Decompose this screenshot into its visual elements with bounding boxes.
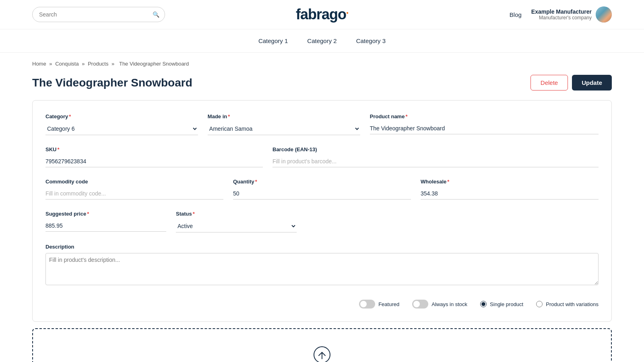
sku-input[interactable] — [45, 156, 263, 167]
always-in-stock-toggle-group: Always in stock — [412, 300, 467, 309]
product-variations-radio-group: Product with variations — [536, 301, 599, 307]
breadcrumb-products[interactable]: Products — [88, 61, 108, 67]
commodity-code-label: Commodity code — [45, 179, 223, 185]
page-content: The Videographer Snowboard Delete Update… — [0, 71, 644, 362]
suggested-price-label: Suggested price* — [45, 211, 166, 217]
toggles-row: Featured Always in stock Single product … — [45, 296, 599, 309]
sku-required: * — [57, 146, 59, 152]
always-in-stock-label: Always in stock — [431, 301, 467, 307]
suggested-price-required: * — [87, 211, 89, 217]
quantity-input[interactable] — [233, 188, 411, 200]
user-details: Example Manufacturer Manufacturer's comp… — [531, 8, 592, 21]
featured-toggle-group: Featured — [359, 300, 399, 309]
barcode-group: Barcode (EAN-13) — [272, 146, 599, 167]
header-right: Blog Example Manufacturer Manufacturer's… — [510, 6, 612, 23]
user-name: Example Manufacturer — [531, 8, 592, 15]
made-in-group: Made in* American Samoa United States Ge… — [208, 113, 360, 135]
nav-item-category2[interactable]: Category 2 — [307, 37, 336, 44]
wholesale-group: Wholesale* — [421, 179, 599, 200]
made-in-select[interactable]: American Samoa United States Germany Fra… — [208, 123, 360, 135]
search-wrapper: 🔍 — [32, 7, 165, 22]
header: 🔍 fabrago● Blog Example Manufacturer Man… — [0, 0, 644, 29]
search-icon: 🔍 — [153, 11, 159, 18]
always-in-stock-slider — [412, 300, 428, 309]
suggested-price-group: Suggested price* — [45, 211, 166, 232]
avatar[interactable] — [596, 6, 612, 23]
featured-toggle[interactable] — [359, 300, 375, 309]
wholesale-label: Wholesale* — [421, 179, 599, 185]
product-variations-radio-label: Product with variations — [546, 301, 599, 307]
barcode-label: Barcode (EAN-13) — [272, 146, 599, 152]
commodity-code-group: Commodity code — [45, 179, 223, 200]
breadcrumb-conquista[interactable]: Conquista — [55, 61, 79, 67]
single-product-radio-label: Single product — [490, 301, 523, 307]
product-variations-radio[interactable] — [536, 301, 543, 307]
user-company: Manufacturer's company — [531, 15, 592, 21]
status-label: Status* — [176, 211, 297, 217]
search-input[interactable] — [32, 7, 165, 22]
upload-area[interactable] — [32, 328, 612, 362]
quantity-required: * — [255, 179, 257, 185]
breadcrumb-sep2: » — [82, 61, 86, 67]
made-in-label: Made in* — [208, 113, 360, 119]
featured-slider — [359, 300, 375, 309]
category-required: * — [69, 113, 71, 119]
update-button[interactable]: Update — [572, 75, 612, 90]
form-row-1: Category* Category 6 Category 1 Category… — [45, 113, 599, 135]
status-group: Status* Active Inactive Draft — [176, 211, 297, 232]
form-row-2: SKU* Barcode (EAN-13) — [45, 146, 599, 167]
sku-label: SKU* — [45, 146, 263, 152]
single-product-radio-group: Single product — [480, 301, 523, 307]
nav-item-category1[interactable]: Category 1 — [258, 37, 288, 44]
status-required: * — [193, 211, 195, 217]
category-group: Category* Category 6 Category 1 Category… — [45, 113, 198, 135]
form-row-3: Commodity code Quantity* Wholesale* — [45, 179, 599, 200]
blog-link[interactable]: Blog — [510, 11, 522, 18]
category-select[interactable]: Category 6 Category 1 Category 2 Categor… — [45, 123, 198, 135]
page-title: The Videographer Snowboard — [32, 76, 192, 89]
made-in-required: * — [228, 113, 230, 119]
delete-button[interactable]: Delete — [530, 75, 568, 90]
form-row-4: Suggested price* Status* Active Inactive… — [45, 211, 599, 232]
featured-label: Featured — [378, 301, 399, 307]
suggested-price-input[interactable] — [45, 220, 166, 232]
quantity-label: Quantity* — [233, 179, 411, 185]
logo-text: fabrago● — [296, 6, 348, 23]
logo: fabrago● — [296, 6, 348, 23]
sku-group: SKU* — [45, 146, 263, 167]
navigation: Category 1 Category 2 Category 3 — [0, 29, 644, 53]
form-row-5: Description — [45, 244, 599, 285]
description-group: Description — [45, 244, 599, 285]
breadcrumb-current: The Videographer Snowboard — [119, 61, 189, 67]
wholesale-input[interactable] — [421, 188, 599, 200]
avatar-image — [596, 6, 612, 23]
single-product-radio[interactable] — [480, 301, 487, 307]
form-card: Category* Category 6 Category 1 Category… — [32, 100, 612, 322]
product-name-group: Product name* — [370, 113, 599, 135]
breadcrumb-home[interactable]: Home — [32, 61, 46, 67]
category-label: Category* — [45, 113, 198, 119]
product-name-input[interactable] — [370, 123, 599, 134]
nav-item-category3[interactable]: Category 3 — [356, 37, 386, 44]
action-buttons: Delete Update — [530, 75, 612, 90]
status-select[interactable]: Active Inactive Draft — [176, 220, 297, 232]
description-textarea[interactable] — [45, 253, 599, 285]
barcode-input[interactable] — [272, 156, 599, 167]
quantity-group: Quantity* — [233, 179, 411, 200]
wholesale-required: * — [447, 179, 449, 185]
breadcrumb-sep3: » — [111, 61, 116, 67]
product-name-required: * — [405, 113, 407, 119]
page-header: The Videographer Snowboard Delete Update — [32, 75, 612, 90]
user-info: Example Manufacturer Manufacturer's comp… — [531, 6, 612, 23]
spacer-group — [306, 211, 599, 232]
breadcrumb: Home » Conquista » Products » The Videog… — [0, 53, 644, 71]
upload-icon — [312, 345, 332, 362]
description-label: Description — [45, 244, 599, 250]
product-name-label: Product name* — [370, 113, 599, 119]
breadcrumb-sep1: » — [49, 61, 54, 67]
commodity-code-input[interactable] — [45, 188, 223, 200]
always-in-stock-toggle[interactable] — [412, 300, 428, 309]
